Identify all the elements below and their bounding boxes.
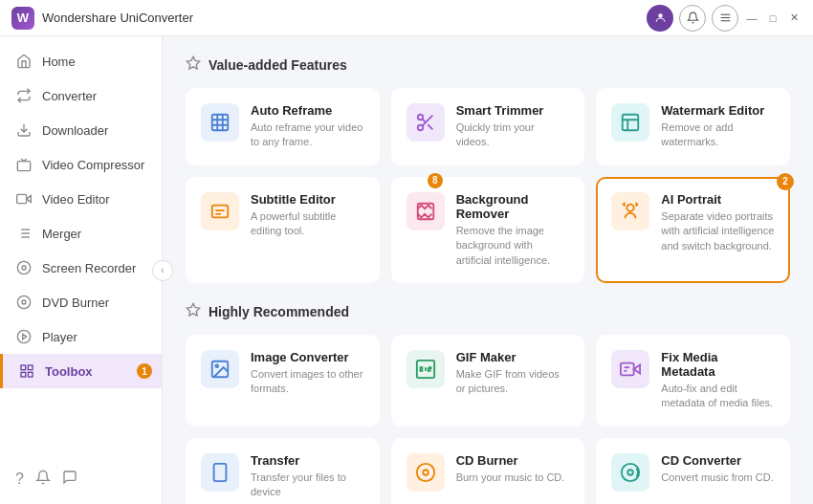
svg-point-17 xyxy=(22,300,26,304)
svg-line-29 xyxy=(422,119,426,122)
svg-point-0 xyxy=(658,13,662,17)
home-icon xyxy=(15,53,33,70)
cd-burner-card[interactable]: CD Burner Burn your music to CD. xyxy=(391,438,585,504)
ai-portrait-badge: 2 xyxy=(777,173,794,190)
watermark-editor-icon-wrap xyxy=(611,103,649,142)
sidebar-item-converter[interactable]: Converter xyxy=(0,78,162,113)
auto-reframe-card[interactable]: Auto Reframe Auto reframe your video to … xyxy=(186,88,380,165)
svg-point-15 xyxy=(22,266,26,270)
sidebar-item-home[interactable]: Home xyxy=(0,44,162,78)
subtitle-editor-card[interactable]: Subtitle Editor A powerful subtitle edit… xyxy=(186,177,380,283)
section1-header: Value-added Features xyxy=(186,55,790,75)
auto-reframe-title: Auto Reframe xyxy=(251,103,364,118)
subtitle-editor-title: Subtitle Editor xyxy=(251,192,364,207)
star2-icon xyxy=(186,302,201,321)
sidebar-item-merger[interactable]: Merger xyxy=(0,216,162,251)
svg-marker-40 xyxy=(634,364,640,373)
feedback-icon[interactable] xyxy=(62,470,77,489)
fix-media-metadata-card[interactable]: Fix Media Metadata Auto-fix and edit met… xyxy=(596,335,790,427)
main-layout: Home Converter Downloader Video Compress… xyxy=(0,36,813,504)
toolbox-badge: 1 xyxy=(137,363,152,379)
svg-rect-22 xyxy=(21,372,26,377)
cd-burner-desc: Burn your music to CD. xyxy=(456,471,570,485)
sidebar-collapse-button[interactable]: ‹ xyxy=(152,260,173,281)
fix-media-title: Fix Media Metadata xyxy=(661,350,775,379)
background-remover-card[interactable]: 8 Background Remover Remove the image ba… xyxy=(391,177,585,283)
svg-point-46 xyxy=(416,464,433,481)
svg-line-28 xyxy=(428,124,432,129)
transfer-desc: Transfer your files to device xyxy=(251,471,364,500)
svg-rect-24 xyxy=(212,115,229,131)
ai-portrait-card[interactable]: 2 AI Portrait Separate video portraits w… xyxy=(596,177,790,283)
smart-trimmer-card[interactable]: Smart Trimmer Quickly trim your videos. xyxy=(391,88,585,165)
close-button[interactable]: ✕ xyxy=(786,11,802,26)
transfer-card[interactable]: Transfer Transfer your files to device xyxy=(186,438,380,504)
sidebar: Home Converter Downloader Video Compress… xyxy=(0,36,163,504)
app-title: Wondershare UniConverter xyxy=(42,11,647,25)
ai-portrait-icon-wrap xyxy=(611,192,649,230)
section2-header: Highly Recommended xyxy=(186,302,790,321)
cd-converter-title: CD Converter xyxy=(661,453,775,468)
fix-media-icon-wrap xyxy=(611,350,649,388)
sidebar-item-player[interactable]: Player xyxy=(0,319,162,354)
smart-trimmer-icon-wrap xyxy=(406,103,445,142)
gif-maker-card[interactable]: GIF Maker Make GIF from videos or pictur… xyxy=(391,335,585,427)
sidebar-item-screen-recorder[interactable]: Screen Recorder xyxy=(0,251,162,285)
downloader-icon xyxy=(15,121,33,139)
watermark-editor-title: Watermark Editor xyxy=(661,103,775,118)
sidebar-item-video-editor[interactable]: Video Editor xyxy=(0,182,162,216)
svg-point-37 xyxy=(215,364,218,367)
watermark-editor-card[interactable]: Watermark Editor Remove or add watermark… xyxy=(596,88,790,165)
merger-icon xyxy=(15,225,33,242)
svg-rect-21 xyxy=(28,365,33,370)
image-converter-card[interactable]: Image Converter Convert images to other … xyxy=(186,335,380,427)
sidebar-item-video-compressor[interactable]: Video Compressor xyxy=(0,147,162,182)
menu-icon[interactable] xyxy=(712,5,738,32)
smart-trimmer-desc: Quickly trim your videos. xyxy=(456,121,570,150)
svg-point-18 xyxy=(17,330,30,342)
svg-marker-19 xyxy=(23,334,27,339)
notification-icon[interactable] xyxy=(679,5,706,32)
watermark-editor-desc: Remove or add watermarks. xyxy=(661,121,775,150)
background-remover-badge: 8 xyxy=(428,173,443,188)
cd-converter-desc: Convert music from CD. xyxy=(661,471,775,485)
svg-point-48 xyxy=(622,464,639,481)
screen-recorder-icon xyxy=(15,259,33,276)
gif-maker-desc: Make GIF from videos or pictures. xyxy=(456,367,570,397)
sidebar-bottom: ? xyxy=(0,462,162,496)
gif-maker-icon-wrap xyxy=(406,350,445,388)
maximize-button[interactable]: □ xyxy=(765,11,780,26)
player-icon xyxy=(15,328,33,345)
background-remover-title: Background Remover xyxy=(456,192,570,221)
video-editor-icon xyxy=(15,190,33,208)
gif-maker-title: GIF Maker xyxy=(456,350,570,364)
background-remover-desc: Remove the image background with artific… xyxy=(456,224,570,268)
cd-converter-card[interactable]: CD Converter Convert music from CD. xyxy=(596,438,790,504)
sidebar-item-downloader[interactable]: Downloader xyxy=(0,113,162,147)
image-converter-icon-wrap xyxy=(201,350,239,388)
titlebar-controls: — □ ✕ xyxy=(647,5,802,32)
toolbox-icon xyxy=(18,362,35,380)
svg-point-25 xyxy=(417,115,423,121)
notification-bell-icon[interactable] xyxy=(35,470,51,489)
image-converter-desc: Convert images to other formats. xyxy=(251,367,364,397)
transfer-icon-wrap xyxy=(201,453,239,492)
svg-point-35 xyxy=(627,204,634,210)
cd-burner-icon-wrap xyxy=(406,453,445,492)
auto-reframe-desc: Auto reframe your video to any frame. xyxy=(251,121,364,150)
dvd-burner-icon xyxy=(15,294,33,311)
main-content: Value-added Features Auto Reframe Auto r… xyxy=(163,36,813,504)
svg-point-47 xyxy=(423,470,428,475)
help-icon[interactable]: ? xyxy=(15,471,24,488)
svg-rect-23 xyxy=(28,372,33,377)
svg-rect-30 xyxy=(623,115,639,131)
sidebar-item-toolbox[interactable]: Toolbox 1 xyxy=(0,354,162,388)
minimize-button[interactable]: — xyxy=(744,11,759,26)
titlebar: W Wondershare UniConverter — □ ✕ xyxy=(0,0,813,36)
user-icon[interactable] xyxy=(647,5,673,32)
sidebar-item-dvd-burner[interactable]: DVD Burner xyxy=(0,285,162,319)
svg-rect-7 xyxy=(17,194,27,203)
video-compressor-icon xyxy=(15,156,33,173)
cd-converter-icon-wrap xyxy=(611,453,649,492)
subtitle-editor-desc: A powerful subtitle editing tool. xyxy=(251,209,364,239)
